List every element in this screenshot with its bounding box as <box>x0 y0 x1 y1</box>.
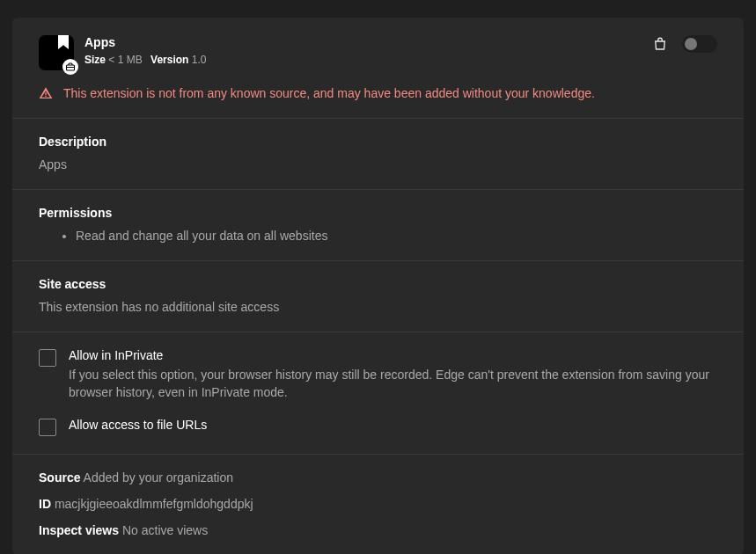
warning-text: This extension is not from any known sou… <box>63 86 595 100</box>
briefcase-badge-icon <box>62 59 78 75</box>
extension-title: Apps <box>84 35 652 49</box>
warning-icon <box>39 86 53 100</box>
allow-inprivate-checkbox[interactable] <box>39 349 56 367</box>
id-line: ID macjkjgieeoakdlmmfefgmldohgddpkj <box>39 497 717 511</box>
header-controls <box>652 35 717 53</box>
extension-header: Apps Size < 1 MB Version 1.0 <box>12 18 744 86</box>
bookmark-icon <box>58 35 69 49</box>
extension-card: Apps Size < 1 MB Version 1.0 This extens… <box>12 18 744 554</box>
warning-row: This extension is not from any known sou… <box>12 86 744 118</box>
extension-meta: Size < 1 MB Version 1.0 <box>84 55 652 65</box>
permissions-title: Permissions <box>39 206 717 220</box>
source-value: Added by your organization <box>84 470 233 485</box>
site-access-title: Site access <box>39 277 717 291</box>
version-label: Version <box>150 54 188 66</box>
allow-inprivate-label: Allow in InPrivate <box>69 348 717 362</box>
header-text: Apps Size < 1 MB Version 1.0 <box>84 35 652 65</box>
extension-icon <box>39 35 74 70</box>
version-value: 1.0 <box>192 54 207 66</box>
source-label: Source <box>39 470 80 485</box>
meta-section: Source Added by your organization ID mac… <box>12 454 744 554</box>
id-label: ID <box>39 497 51 511</box>
inspect-line: Inspect views No active views <box>39 523 717 537</box>
site-access-section: Site access This extension has no additi… <box>12 260 744 332</box>
allow-inprivate-desc: If you select this option, your browser … <box>69 366 717 402</box>
allow-inprivate-row: Allow in InPrivate If you select this op… <box>39 348 717 402</box>
permissions-section: Permissions Read and change all your dat… <box>12 189 744 260</box>
options-section: Allow in InPrivate If you select this op… <box>12 332 744 454</box>
source-line: Source Added by your organization <box>39 470 717 485</box>
shopping-bag-icon[interactable] <box>652 36 668 52</box>
allow-inprivate-content: Allow in InPrivate If you select this op… <box>69 348 717 402</box>
description-title: Description <box>39 135 717 149</box>
size-value: < 1 MB <box>108 54 142 66</box>
allow-file-urls-checkbox[interactable] <box>39 419 56 436</box>
site-access-text: This extension has no additional site ac… <box>39 300 717 314</box>
inspect-label: Inspect views <box>39 523 119 537</box>
inspect-value: No active views <box>122 523 208 537</box>
description-text: Apps <box>39 157 717 171</box>
toggle-knob <box>685 38 697 50</box>
permission-item: Read and change all your data on all web… <box>76 229 717 243</box>
enable-toggle[interactable] <box>682 35 717 53</box>
permissions-list: Read and change all your data on all web… <box>39 229 717 243</box>
allow-file-urls-label: Allow access to file URLs <box>69 418 717 432</box>
allow-file-urls-content: Allow access to file URLs <box>69 418 717 432</box>
allow-file-urls-row: Allow access to file URLs <box>39 418 717 436</box>
description-section: Description Apps <box>12 118 744 189</box>
size-label: Size <box>84 54 106 66</box>
id-value: macjkjgieeoakdlmmfefgmldohgddpkj <box>55 497 253 511</box>
